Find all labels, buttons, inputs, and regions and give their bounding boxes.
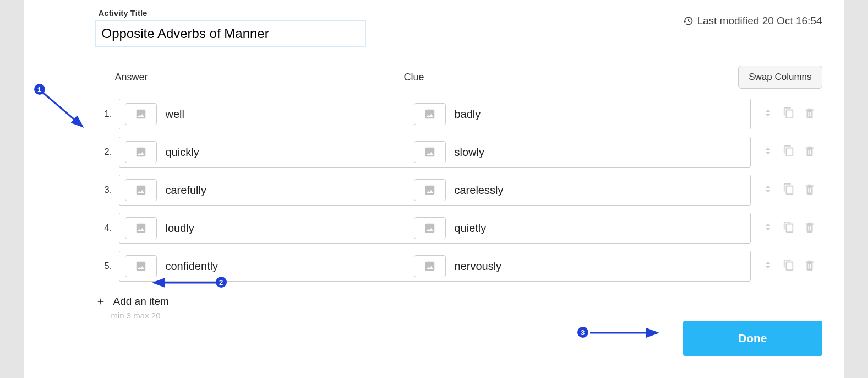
reorder-handle[interactable] [762,145,774,159]
row-number: 1. [96,109,112,120]
answer-text[interactable]: quickly [162,146,199,159]
reorder-handle[interactable] [762,183,774,197]
item-limits: min 3 max 20 [111,311,822,320]
duplicate-button[interactable] [783,259,795,273]
callout-2: 2 [216,277,227,288]
image-upload-clue[interactable] [414,179,446,201]
table-row: 4.loudlyquietly [46,213,822,244]
row-number: 4. [96,223,112,234]
clue-text[interactable]: nervously [451,260,502,273]
delete-button[interactable] [804,107,816,121]
clue-text[interactable]: quietly [451,222,487,235]
row-number: 2. [96,147,112,158]
done-button[interactable]: Done [683,321,822,356]
last-modified-text: Last modified 20 Oct 16:54 [697,15,822,27]
delete-button[interactable] [804,221,816,235]
answer-text[interactable]: well [162,108,184,121]
reorder-handle[interactable] [762,221,774,235]
callout-3-arrow [586,328,663,339]
image-upload-clue[interactable] [414,103,446,125]
answer-text[interactable]: confidently [162,260,219,273]
table-row: 1.wellbadly [46,99,822,129]
image-upload-answer[interactable] [125,217,157,239]
history-icon [683,15,694,26]
svg-line-0 [43,93,81,126]
callout-1: 1 [34,84,45,95]
duplicate-button[interactable] [783,221,795,235]
reorder-handle[interactable] [762,107,774,121]
table-row: 5.confidentlynervously [46,251,822,282]
image-upload-answer[interactable] [125,255,157,277]
plus-icon [96,296,106,306]
answer-text[interactable]: carefully [162,184,206,197]
add-item-label: Add an item [113,295,169,307]
duplicate-button[interactable] [783,183,795,197]
table-row: 3.carefullycarelessly [46,175,822,206]
delete-button[interactable] [804,183,816,197]
answer-text[interactable]: loudly [162,222,194,235]
callout-2-arrow [151,278,222,289]
image-upload-answer[interactable] [125,179,157,201]
activity-title-label: Activity Title [99,8,683,18]
duplicate-button[interactable] [783,107,795,121]
callout-1-arrow [39,88,88,132]
delete-button[interactable] [804,145,816,159]
table-row: 2.quicklyslowly [46,137,822,168]
column-header-answer: Answer [115,72,404,83]
last-modified: Last modified 20 Oct 16:54 [683,15,822,27]
image-upload-clue[interactable] [414,141,446,163]
duplicate-button[interactable] [783,145,795,159]
image-upload-answer[interactable] [125,103,157,125]
delete-button[interactable] [804,259,816,273]
row-number: 3. [96,185,112,196]
row-number: 5. [96,261,112,272]
image-upload-clue[interactable] [414,255,446,277]
clue-text[interactable]: slowly [451,146,484,159]
swap-columns-button[interactable]: Swap Columns [738,66,822,89]
column-header-clue: Clue [404,72,739,83]
reorder-handle[interactable] [762,259,774,273]
callout-3: 3 [577,327,588,338]
image-upload-answer[interactable] [125,141,157,163]
image-upload-clue[interactable] [414,217,446,239]
activity-title-input[interactable] [96,21,365,46]
add-item-button[interactable]: Add an item [96,295,822,307]
clue-text[interactable]: badly [451,108,481,121]
clue-text[interactable]: carelessly [451,184,504,197]
